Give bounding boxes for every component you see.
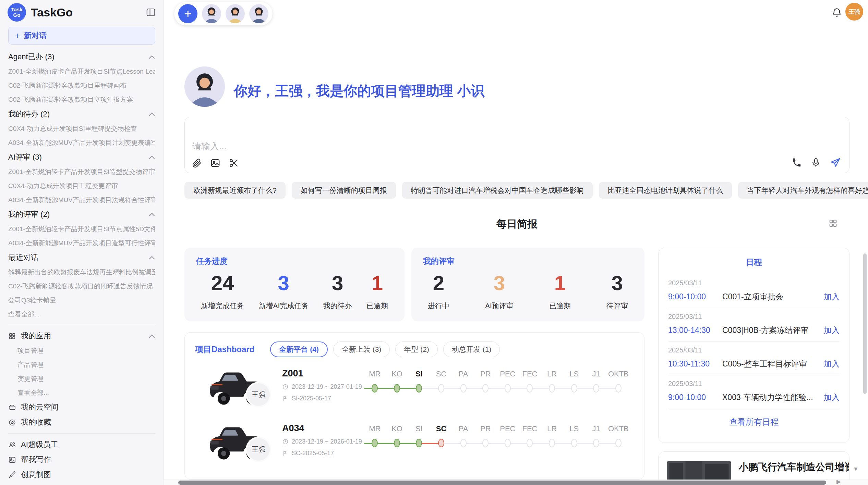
milestone: LS bbox=[563, 424, 585, 451]
milestone: PA bbox=[452, 424, 474, 451]
join-meeting-link[interactable]: 加入 bbox=[824, 359, 840, 369]
send-icon[interactable] bbox=[830, 157, 841, 168]
suggestion-chip[interactable]: 当下年轻人对汽车外观有怎样的喜好趋势 bbox=[738, 182, 868, 199]
conversation-avatar[interactable] bbox=[249, 4, 268, 23]
milestone: SI bbox=[408, 424, 430, 451]
user-avatar[interactable]: 王强 bbox=[845, 3, 863, 21]
app-shortcut-item[interactable]: 变更管理 bbox=[8, 372, 155, 386]
milestone-dot bbox=[460, 384, 467, 393]
chat-input[interactable]: 请输入... bbox=[184, 117, 849, 173]
sidebar-section-header[interactable]: 我的评审 (2) bbox=[8, 207, 155, 222]
project-info: A0342023-12-19 ~ 2026-01-19SC-2025-05-17 bbox=[282, 423, 362, 457]
write-icon bbox=[8, 456, 16, 464]
attachment-icon[interactable] bbox=[192, 158, 202, 168]
scroll-down-arrow-icon[interactable]: ▼ bbox=[853, 466, 859, 473]
sidebar-item[interactable]: C0X4-动力总成开发项目SI里程碑提交物检查 bbox=[8, 122, 155, 136]
sidebar-section-header[interactable]: AI评审 (3) bbox=[8, 150, 155, 165]
sidebar-item[interactable]: Z001-全新燃油皮卡产品开发项目SI节点Lesson Learn报告 bbox=[8, 64, 155, 78]
horizontal-scrollbar[interactable] bbox=[164, 480, 868, 485]
app-shortcut-item[interactable]: 查看全部... bbox=[8, 386, 155, 400]
milestone: LR bbox=[541, 424, 563, 451]
conversation-avatar[interactable] bbox=[202, 4, 221, 23]
sidebar-item-cloud[interactable]: 我的云空间 bbox=[8, 400, 155, 415]
suggestion-chip[interactable]: 特朗普可能对进口汽车增税会对中国车企造成哪些影响 bbox=[402, 182, 593, 199]
sidebar-item[interactable]: Z001-全新燃油轻卡产品开发项目SI节点属性5D文件评审 bbox=[8, 222, 155, 236]
sidebar-tool-people[interactable]: AI超级员工 bbox=[8, 437, 155, 452]
new-conversation-button[interactable]: + bbox=[178, 4, 197, 23]
milestone-dot bbox=[482, 439, 489, 447]
sidebar-item[interactable]: C0X4-动力总成开发项目工程变更评审 bbox=[8, 179, 155, 193]
app-shortcut-item[interactable]: 产品管理 bbox=[8, 358, 155, 372]
right-panel: 日程 2025/03/119:00-10:00C001-立项审批会加入2025/… bbox=[658, 248, 849, 485]
milestone-track: MRKOSISCPAPRPECFECLRLSJ1OKTB bbox=[364, 369, 629, 396]
sidebar-section-header[interactable]: 我的应用 bbox=[8, 328, 155, 344]
stat-value: 1 bbox=[366, 271, 388, 295]
dashboard-tab[interactable]: 动总开发 (1) bbox=[443, 341, 500, 357]
sidebar-item[interactable]: A034-全新新能源MUV产品开发项目法规符合性评审 bbox=[8, 193, 155, 207]
new-chat-button[interactable]: + 新对话 bbox=[8, 27, 155, 45]
sidebar-item[interactable]: A034-全新新能源MUV产品开发项目造型可行性评审 bbox=[8, 236, 155, 250]
collapse-sidebar-icon[interactable] bbox=[146, 7, 156, 17]
microphone-icon[interactable] bbox=[811, 157, 821, 168]
sidebar-section-title: 我的待办 (2) bbox=[8, 109, 50, 119]
recent-chat-item[interactable]: 公司Q3轻卡销量 bbox=[8, 293, 155, 307]
schedule-title: 日程 bbox=[668, 257, 840, 268]
milestone-label: FEC bbox=[522, 424, 537, 435]
schedule-date: 2025/03/11 bbox=[668, 346, 840, 354]
project-row[interactable]: 王强Z0012023-12-19 ~ 2027-01-19SI-2025-05-… bbox=[195, 364, 634, 419]
dashboard-tab[interactable]: 年型 (2) bbox=[395, 341, 438, 357]
app-shortcut-item[interactable]: 项目管理 bbox=[8, 344, 155, 358]
milestone: KO bbox=[386, 424, 408, 451]
notifications-bell-icon[interactable] bbox=[831, 7, 842, 18]
milestone: PA bbox=[452, 369, 474, 396]
layout-grid-icon[interactable] bbox=[828, 219, 838, 228]
sidebar-tool-write[interactable]: 帮我写作 bbox=[8, 452, 155, 467]
chevron-up-icon bbox=[148, 212, 155, 217]
project-dashboard-card: 项目Dashboard 全新平台 (4)全新上装 (3)年型 (2)动总开发 (… bbox=[184, 332, 644, 480]
sidebar-item[interactable]: A034-全新新能源MUV产品开发项目计划变更表编写 bbox=[8, 136, 155, 150]
milestone-label: KO bbox=[391, 424, 402, 435]
scroll-right-arrow-icon[interactable]: ▶ bbox=[836, 478, 841, 485]
sidebar-item[interactable]: C02-飞腾新能源轻客改款项目里程碑画布 bbox=[8, 78, 155, 92]
milestone-dot bbox=[527, 384, 533, 393]
suggestion-chip[interactable]: 欧洲新规最近颁布了什么? bbox=[184, 182, 286, 199]
conversation-avatar[interactable] bbox=[226, 4, 245, 23]
milestone-dot bbox=[615, 384, 622, 393]
app-logo: Task Go bbox=[8, 3, 26, 22]
join-meeting-link[interactable]: 加入 bbox=[824, 291, 840, 302]
sidebar-section-header[interactable]: Agent已办 (3) bbox=[8, 49, 155, 64]
project-row[interactable]: 王强A0342023-12-19 ~ 2026-01-19SC-2025-05-… bbox=[195, 419, 634, 474]
sidebar-section-header[interactable]: 最近对话 bbox=[8, 250, 155, 265]
suggestion-chip[interactable]: 比亚迪全固态电池计划具体说了什么 bbox=[599, 182, 732, 199]
milestone: PR bbox=[474, 424, 497, 451]
sidebar-item[interactable]: Z001-全新燃油轻卡产品开发项目SI造型提交物评审 bbox=[8, 165, 155, 179]
milestone: J1 bbox=[585, 424, 607, 451]
image-upload-icon[interactable] bbox=[210, 158, 220, 168]
scissors-icon[interactable] bbox=[229, 158, 239, 168]
stat-column: 24新增完成任务 bbox=[201, 271, 244, 311]
milestone: OKTB bbox=[607, 369, 630, 396]
sidebar-item-medal[interactable]: 我的收藏 bbox=[8, 415, 155, 430]
view-all-schedule-link[interactable]: 查看所有日程 bbox=[668, 416, 840, 427]
schedule-item: 2025/03/1110:30-11:30C005-整车工程目标评审加入 bbox=[668, 342, 840, 375]
sidebar-tool-pen[interactable]: 创意制图 bbox=[8, 467, 155, 482]
recent-chat-item[interactable]: C02-飞腾新能源轻客改款项目的闭环通告反馈情况 bbox=[8, 279, 155, 293]
suggestion-chip[interactable]: 如何写一份清晰的项目周报 bbox=[292, 182, 396, 199]
milestone-dot bbox=[482, 384, 489, 393]
schedule-card: 日程 2025/03/119:00-10:00C001-立项审批会加入2025/… bbox=[658, 248, 849, 443]
sidebar-section-header[interactable]: 我的待办 (2) bbox=[8, 107, 155, 122]
app-header: Task Go TaskGo bbox=[0, 0, 164, 25]
flag-icon bbox=[282, 450, 289, 457]
dashboard-tab[interactable]: 全新平台 (4) bbox=[270, 341, 328, 357]
chevron-up-icon bbox=[148, 55, 155, 59]
sidebar-item[interactable]: C02-飞腾新能源轻客改款项目立项汇报方案 bbox=[8, 92, 155, 107]
phone-call-icon[interactable] bbox=[792, 157, 802, 168]
dashboard-tab[interactable]: 全新上装 (3) bbox=[333, 341, 390, 357]
join-meeting-link[interactable]: 加入 bbox=[824, 325, 840, 336]
sidebar-list: Agent已办 (3)Z001-全新燃油皮卡产品开发项目SI节点Lesson L… bbox=[0, 49, 164, 482]
recent-chat-item[interactable]: 查看全部... bbox=[8, 307, 155, 321]
horizontal-scrollbar-thumb[interactable] bbox=[178, 481, 826, 485]
join-meeting-link[interactable]: 加入 bbox=[824, 392, 840, 403]
recent-chat-item[interactable]: 解释最新出台的欧盟报废车法规再生塑料比例被调至15%... bbox=[8, 265, 155, 279]
vertical-scrollbar-thumb[interactable] bbox=[863, 253, 867, 394]
